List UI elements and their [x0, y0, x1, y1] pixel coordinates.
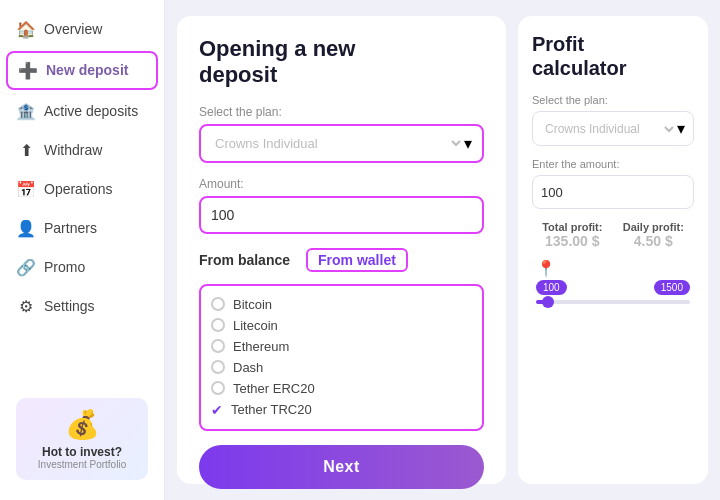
radio-litecoin	[211, 318, 225, 332]
slider-section: 📍 100 1500	[532, 259, 694, 304]
total-profit-col: Total profit: 135.00 $	[542, 221, 602, 249]
sidebar-item-new-deposit[interactable]: ➕ New deposit	[6, 51, 158, 90]
crypto-ethereum[interactable]: Ethereum	[211, 336, 472, 357]
chevron-down-icon: ▾	[677, 119, 685, 138]
invest-title: Hot to invest?	[26, 445, 138, 459]
profit-row: Total profit: 135.00 $ Daily profit: 4.5…	[532, 221, 694, 249]
amount-input[interactable]	[211, 207, 472, 223]
calc-plan-select[interactable]: Crowns Individual	[541, 121, 677, 137]
crypto-label: Litecoin	[233, 318, 278, 333]
link-icon: 🔗	[16, 258, 36, 277]
crypto-label: Dash	[233, 360, 263, 375]
crypto-label: Ethereum	[233, 339, 289, 354]
calc-plan-dropdown[interactable]: Crowns Individual ▾	[532, 111, 694, 146]
location-icon: 📍	[536, 259, 690, 278]
sidebar-item-label: Promo	[44, 259, 85, 276]
radio-ethereum	[211, 339, 225, 353]
plan-select[interactable]: Crowns Individual	[211, 135, 464, 152]
crypto-dash[interactable]: Dash	[211, 357, 472, 378]
radio-tether-erc20	[211, 381, 225, 395]
daily-profit-col: Daily profit: 4.50 $	[623, 221, 684, 249]
sidebar-item-operations[interactable]: 📅 Operations	[0, 170, 164, 209]
sidebar-item-label: Partners	[44, 220, 97, 237]
sidebar-item-withdraw[interactable]: ⬆ Withdraw	[0, 131, 164, 170]
slider-max-badge: 1500	[654, 280, 690, 295]
daily-profit-label: Daily profit:	[623, 221, 684, 233]
deposit-form-title: Opening a new deposit	[199, 36, 484, 89]
calc-amount-input[interactable]	[541, 185, 685, 200]
sidebar: 🏠 Overview ➕ New deposit 🏦 Active deposi…	[0, 0, 165, 500]
calc-amount-label: Enter the amount:	[532, 158, 694, 170]
home-icon: 🏠	[16, 20, 36, 39]
crypto-label: Tether ERC20	[233, 381, 315, 396]
invest-card-section: 💰 Hot to invest? Investment Portfolio	[0, 388, 164, 490]
sidebar-item-label: Settings	[44, 298, 95, 315]
sidebar-item-partners[interactable]: 👤 Partners	[0, 209, 164, 248]
from-wallet-option[interactable]: From wallet	[306, 248, 408, 272]
upload-icon: ⬆	[16, 141, 36, 160]
sidebar-item-label: Active deposits	[44, 103, 138, 120]
invest-card[interactable]: 💰 Hot to invest? Investment Portfolio	[16, 398, 148, 480]
daily-profit-value: 4.50 $	[623, 233, 684, 249]
crypto-label: Bitcoin	[233, 297, 272, 312]
calc-select-plan-label: Select the plan:	[532, 94, 694, 106]
user-icon: 👤	[16, 219, 36, 238]
calc-amount-wrap	[532, 175, 694, 209]
sidebar-item-label: Operations	[44, 181, 112, 198]
radio-bitcoin	[211, 297, 225, 311]
select-plan-label: Select the plan:	[199, 105, 484, 119]
from-balance-option[interactable]: From balance	[199, 252, 290, 268]
slider-track[interactable]	[536, 300, 690, 304]
bank-icon: 🏦	[16, 102, 36, 121]
crypto-bitcoin[interactable]: Bitcoin	[211, 294, 472, 315]
crypto-label: Tether TRC20	[231, 402, 312, 417]
profit-calc-title: Profit calculator	[532, 32, 694, 80]
crypto-tether-erc20[interactable]: Tether ERC20	[211, 378, 472, 399]
sidebar-item-settings[interactable]: ⚙ Settings	[0, 287, 164, 326]
from-options: From balance From wallet	[199, 248, 484, 272]
calendar-icon: 📅	[16, 180, 36, 199]
slider-labels: 100 1500	[536, 280, 690, 295]
total-profit-label: Total profit:	[542, 221, 602, 233]
invest-subtitle: Investment Portfolio	[26, 459, 138, 470]
sidebar-item-label: New deposit	[46, 62, 128, 79]
sidebar-item-overview[interactable]: 🏠 Overview	[0, 10, 164, 49]
gear-icon: ⚙	[16, 297, 36, 316]
invest-icon: 💰	[26, 408, 138, 441]
amount-label: Amount:	[199, 177, 484, 191]
crypto-tether-trc20[interactable]: ✔ Tether TRC20	[211, 399, 472, 421]
sidebar-item-label: Overview	[44, 21, 102, 38]
chevron-down-icon: ▾	[464, 134, 472, 153]
slider-min-badge: 100	[536, 280, 567, 295]
sidebar-item-promo[interactable]: 🔗 Promo	[0, 248, 164, 287]
sidebar-item-label: Withdraw	[44, 142, 102, 159]
total-profit-value: 135.00 $	[542, 233, 602, 249]
sidebar-item-active-deposits[interactable]: 🏦 Active deposits	[0, 92, 164, 131]
crypto-litecoin[interactable]: Litecoin	[211, 315, 472, 336]
crypto-list: Bitcoin Litecoin Ethereum Dash Tether ER…	[199, 284, 484, 431]
main-content: Opening a new deposit Select the plan: C…	[165, 0, 720, 500]
checkmark-icon: ✔	[211, 402, 223, 418]
profit-calculator: Profit calculator Select the plan: Crown…	[518, 16, 708, 484]
plus-icon: ➕	[18, 61, 38, 80]
radio-dash	[211, 360, 225, 374]
select-plan-dropdown[interactable]: Crowns Individual ▾	[199, 124, 484, 163]
slider-thumb[interactable]	[542, 296, 554, 308]
next-button[interactable]: Next	[199, 445, 484, 489]
amount-input-wrap	[199, 196, 484, 234]
deposit-form: Opening a new deposit Select the plan: C…	[177, 16, 506, 484]
